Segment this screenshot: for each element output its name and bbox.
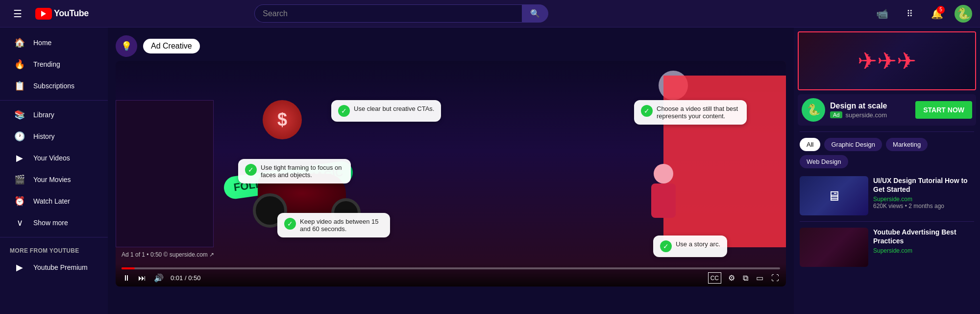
character <box>649 164 678 223</box>
header-right: 📹 ⠿ 🔔 5 🐍 <box>872 4 972 24</box>
theater-button[interactable]: ▭ <box>755 272 764 284</box>
sidebar-item-your-movies[interactable]: 🎬 Your Movies <box>4 169 104 190</box>
settings-button[interactable]: ⚙ <box>727 272 736 284</box>
search-icon: 🔍 <box>530 9 540 18</box>
video-card-title-2: Youtube Advertising Best Practices <box>873 228 974 245</box>
sidebar: 🏠 Home 🔥 Trending 📋 Subscriptions 📚 Libr… <box>0 27 108 314</box>
ad-card-title: Design at scale <box>830 102 910 110</box>
ad-info-overlay: Ad 1 of 1 • 0:50 © superside.com ↗ <box>122 251 214 258</box>
start-now-button[interactable]: START NOW <box>915 101 972 119</box>
filter-chip-marketing[interactable]: Marketing <box>886 138 928 151</box>
ad-banner-image: ✈✈✈ <box>798 31 976 90</box>
tip-bubble-4: ✓ Keep video ads between 15 and 60 secon… <box>277 213 390 237</box>
dollar-coin: $ <box>263 100 302 139</box>
video-call-icon: 📹 <box>876 8 888 20</box>
subscriptions-icon: 📋 <box>14 80 25 91</box>
history-icon: 🕐 <box>14 131 25 142</box>
next-button[interactable]: ⏭ <box>137 273 147 284</box>
main-layout: 🏠 Home 🔥 Trending 📋 Subscriptions 📚 Libr… <box>0 27 980 314</box>
tip-check-2: ✓ <box>245 164 257 176</box>
sidebar-item-show-more[interactable]: ∨ Show more <box>4 212 104 233</box>
volume-button[interactable]: 🔊 <box>153 272 165 284</box>
sidebar-label-history: History <box>33 132 55 140</box>
sidebar-divider-2 <box>0 237 108 237</box>
char-body <box>651 183 676 218</box>
video-card-title-1: UI/UX Design Tutorial How to Get Started <box>873 176 974 194</box>
video-call-button[interactable]: 📹 <box>872 4 892 24</box>
sidebar-label-premium: Youtube Premium <box>33 263 88 271</box>
cc-button[interactable]: CC <box>708 272 721 284</box>
video-thumb-1: 🖥 <box>800 176 868 215</box>
video-card-channel-1: Superside.com <box>873 196 974 203</box>
ad-badge-row: Ad superside.com <box>830 111 910 119</box>
thumb-visual-2 <box>800 228 868 267</box>
youtube-logo-icon <box>35 8 52 20</box>
ad-badge: Ad <box>830 111 842 118</box>
video-card-meta-1: 620K views • 2 months ago <box>873 203 974 209</box>
miniplayer-button[interactable]: ⧉ <box>742 272 749 284</box>
library-icon: 📚 <box>14 109 25 120</box>
progress-fill <box>122 267 135 269</box>
notifications-button[interactable]: 🔔 5 <box>927 4 947 24</box>
sidebar-label-library: Library <box>33 111 54 119</box>
hamburger-icon: ☰ <box>13 8 22 20</box>
paper-planes-icon: ✈✈✈ <box>858 47 916 75</box>
video-card-info-2: Youtube Advertising Best Practices Super… <box>873 228 974 267</box>
menu-button[interactable]: ☰ <box>8 4 27 24</box>
logo[interactable]: YouTube <box>35 8 89 20</box>
show-more-chevron-icon: ∨ <box>14 217 25 228</box>
tip-check-4: ✓ <box>284 218 296 230</box>
ad-card-logo: 🐍 <box>802 98 825 122</box>
apps-icon: ⠿ <box>906 8 913 19</box>
sidebar-label-subscriptions: Subscriptions <box>33 82 74 90</box>
video-thumb-2 <box>800 228 868 267</box>
sidebar-label-show-more: Show more <box>33 219 68 227</box>
video-card-info-1: UI/UX Design Tutorial How to Get Started… <box>873 176 974 215</box>
search-input[interactable] <box>254 4 522 23</box>
sidebar-item-home[interactable]: 🏠 Home <box>4 32 104 53</box>
content-area: 💡 Ad Creative $ FOLLOW THE MAGIC <box>108 27 980 314</box>
sidebar-item-trending[interactable]: 🔥 Trending <box>4 54 104 75</box>
building-left <box>116 100 214 247</box>
char-head <box>654 164 673 183</box>
superside-logo-icon: 🐍 <box>807 104 820 116</box>
right-sidebar: ✈✈✈ 🐍 Design at scale Ad superside.com S… <box>794 27 980 314</box>
filter-chip-all[interactable]: All <box>800 138 820 151</box>
ad-label-bar: 💡 Ad Creative <box>116 35 786 57</box>
video-section: 💡 Ad Creative $ FOLLOW THE MAGIC <box>108 27 794 314</box>
your-videos-icon: ▶ <box>14 153 25 163</box>
video-card-1[interactable]: 🖥 UI/UX Design Tutorial How to Get Start… <box>794 172 980 219</box>
youtube-logo-text: YouTube <box>54 8 89 19</box>
avatar[interactable]: 🐍 <box>955 5 972 23</box>
filter-chip-web-design[interactable]: Web Design <box>800 155 848 168</box>
sidebar-item-library[interactable]: 📚 Library <box>4 105 104 125</box>
search-container: 🔍 <box>254 4 548 23</box>
tip-check-1: ✓ <box>338 105 350 117</box>
progress-bar[interactable] <box>122 267 780 269</box>
sidebar-item-watch-later[interactable]: ⏰ Watch Later <box>4 191 104 211</box>
video-card-2[interactable]: Youtube Advertising Best Practices Super… <box>794 224 980 271</box>
lightbulb-icon: 💡 <box>121 41 132 52</box>
sidebar-label-trending: Trending <box>33 60 60 68</box>
apps-button[interactable]: ⠿ <box>900 4 919 24</box>
fullscreen-button[interactable]: ⛶ <box>770 272 780 284</box>
filter-chip-graphic-design[interactable]: Graphic Design <box>824 138 882 151</box>
ad-site: superside.com <box>845 111 887 119</box>
more-from-label: MORE FROM YOUTUBE <box>0 241 108 256</box>
home-icon: 🏠 <box>14 37 25 48</box>
play-pause-button[interactable]: ⏸ <box>122 273 131 284</box>
sidebar-item-premium[interactable]: ▶ Youtube Premium <box>4 257 104 278</box>
thumb-visual-1: 🖥 <box>800 176 868 215</box>
ad-card-info: Design at scale Ad superside.com <box>830 102 910 119</box>
sidebar-item-history[interactable]: 🕐 History <box>4 126 104 147</box>
scene-container: $ FOLLOW THE MAGIC <box>116 61 786 287</box>
thumb-icon-1: 🖥 <box>827 188 841 204</box>
tip-text-1: Use clear but creative CTAs. <box>354 105 434 112</box>
ad-creative-icon-circle: 💡 <box>116 35 137 57</box>
tip-check-3: ✓ <box>641 105 653 117</box>
search-button[interactable]: 🔍 <box>522 4 548 23</box>
sidebar-item-subscriptions[interactable]: 📋 Subscriptions <box>4 76 104 96</box>
video-player[interactable]: $ FOLLOW THE MAGIC <box>116 61 786 287</box>
sidebar-item-your-videos[interactable]: ▶ Your Videos <box>4 148 104 168</box>
divider-2 <box>800 221 974 222</box>
